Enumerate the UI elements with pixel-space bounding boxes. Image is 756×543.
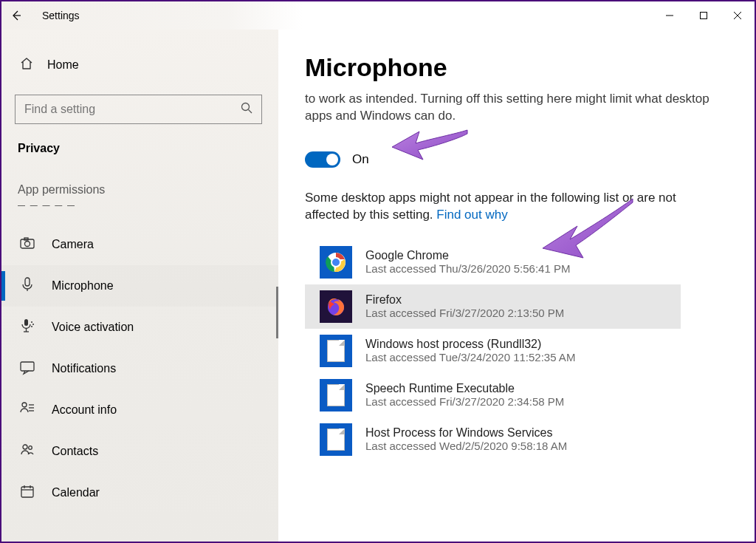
window-title: Settings (42, 10, 80, 21)
sidebar: Home Privacy App permissions — — — — — C… (1, 30, 278, 542)
sidebar-item-account-info[interactable]: Account info (1, 389, 278, 431)
section-subheader: App permissions (1, 155, 278, 197)
svg-point-24 (29, 446, 32, 450)
app-row-host-process: Host Process for Windows Services Last a… (305, 417, 725, 462)
document-icon (320, 423, 352, 456)
sidebar-item-voice-activation[interactable]: Voice activation (1, 307, 278, 348)
account-icon (19, 400, 35, 420)
app-timestamp: Last accessed Tue/3/24/2020 11:52:35 AM (365, 351, 575, 363)
sidebar-item-camera[interactable]: Camera (1, 224, 278, 265)
sidebar-item-label: Camera (52, 238, 94, 251)
svg-rect-2 (701, 13, 707, 19)
microphone-icon (19, 276, 35, 296)
home-nav[interactable]: Home (1, 50, 278, 80)
camera-icon (19, 235, 35, 254)
page-description: to work as intended. Turning off this se… (305, 91, 718, 125)
svg-point-15 (31, 321, 32, 323)
sidebar-item-label: Voice activation (52, 321, 134, 334)
microphone-toggle[interactable] (305, 151, 340, 168)
app-name: Google Chrome (365, 249, 570, 262)
voice-icon (19, 318, 35, 337)
svg-rect-7 (21, 239, 34, 248)
chrome-icon (320, 246, 352, 279)
toggle-state-label: On (352, 152, 369, 167)
app-row-chrome: Google Chrome Last accessed Thu/3/26/202… (305, 240, 725, 284)
sidebar-item-label: Contacts (52, 445, 98, 458)
document-icon (320, 335, 352, 367)
svg-point-19 (22, 403, 27, 407)
titlebar: Settings (1, 1, 755, 30)
sidebar-scrollbar[interactable] (276, 287, 278, 338)
svg-point-16 (32, 324, 34, 325)
calendar-icon (19, 483, 35, 502)
find-out-why-link[interactable]: Find out why (436, 208, 507, 222)
svg-rect-25 (21, 487, 33, 497)
search-input[interactable] (15, 95, 262, 124)
app-timestamp: Last accessed Thu/3/26/2020 5:56:41 PM (365, 262, 570, 275)
sidebar-item-label: Notifications (52, 362, 116, 375)
app-timestamp: Last accessed Fri/3/27/2020 2:34:58 PM (365, 395, 564, 408)
maximize-button[interactable] (687, 1, 721, 30)
sidebar-item-label: Microphone (52, 279, 114, 293)
svg-point-17 (31, 326, 32, 327)
svg-point-23 (23, 445, 27, 449)
app-timestamp: Last accessed Fri/3/27/2020 2:13:50 PM (365, 307, 564, 319)
sidebar-item-contacts[interactable]: Contacts (1, 431, 278, 472)
note-text: Some desktop apps might not appear in th… (305, 190, 718, 224)
app-timestamp: Last accessed Wed/2/5/2020 9:58:18 AM (365, 440, 567, 452)
app-row-firefox: Firefox Last accessed Fri/3/27/2020 2:13… (305, 284, 681, 329)
svg-rect-10 (25, 278, 30, 286)
home-label: Home (47, 58, 79, 72)
svg-point-8 (25, 242, 30, 247)
svg-line-6 (249, 110, 252, 114)
sidebar-item-microphone[interactable]: Microphone (1, 265, 278, 307)
app-row-rundll32: Windows host process (Rundll32) Last acc… (305, 329, 725, 373)
minimize-button[interactable] (653, 1, 687, 30)
app-name: Host Process for Windows Services (365, 426, 567, 440)
page-title: Microphone (305, 53, 725, 82)
document-icon (320, 379, 352, 411)
truncated-item: — — — — — (1, 197, 278, 209)
svg-point-5 (242, 103, 250, 111)
content-pane: Microphone to work as intended. Turning … (278, 30, 755, 542)
home-icon (19, 56, 34, 74)
app-name: Windows host process (Rundll32) (365, 338, 575, 351)
contacts-icon (19, 442, 35, 461)
back-button[interactable] (1, 1, 31, 30)
sidebar-item-label: Account info (52, 403, 117, 417)
search-icon (240, 101, 253, 117)
category-header: Privacy (1, 124, 278, 155)
firefox-icon (320, 290, 352, 323)
svg-rect-18 (21, 362, 34, 371)
sidebar-item-notifications[interactable]: Notifications (1, 348, 278, 389)
close-button[interactable] (721, 1, 755, 30)
sidebar-item-label: Calendar (52, 486, 100, 499)
sidebar-item-calendar[interactable]: Calendar (1, 472, 278, 513)
app-name: Speech Runtime Executable (365, 382, 564, 395)
app-row-speech-runtime: Speech Runtime Executable Last accessed … (305, 373, 725, 417)
notifications-icon (19, 359, 35, 378)
svg-rect-12 (24, 319, 28, 326)
app-name: Firefox (365, 293, 564, 307)
